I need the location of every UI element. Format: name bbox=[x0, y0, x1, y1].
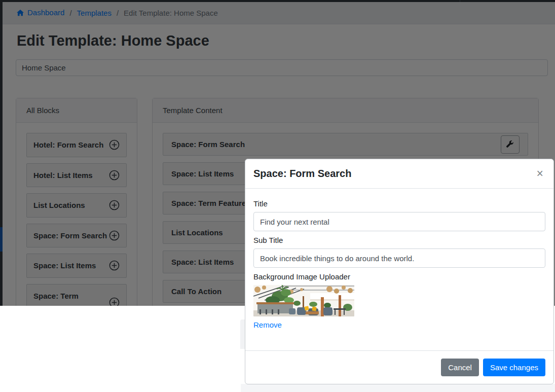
title-field-label: Title bbox=[253, 199, 545, 208]
modal-body: Title Sub Title Background Image Uploade… bbox=[245, 189, 553, 350]
cancel-button[interactable]: Cancel bbox=[441, 359, 479, 376]
save-changes-button[interactable]: Save changes bbox=[483, 359, 545, 376]
subtitle-field-label: Sub Title bbox=[253, 236, 545, 244]
title-input[interactable] bbox=[253, 212, 545, 231]
space-form-search-modal: Space: Form Search × Title Sub Title Bac… bbox=[245, 159, 554, 384]
close-icon[interactable]: × bbox=[535, 167, 545, 181]
subtitle-input[interactable] bbox=[253, 248, 545, 268]
modal-footer: Cancel Save changes bbox=[245, 350, 553, 384]
page-background-strip bbox=[241, 384, 555, 392]
modal-title: Space: Form Search bbox=[253, 167, 351, 180]
modal-header: Space: Form Search × bbox=[245, 159, 553, 189]
background-image-uploader-label: Background Image Uploader bbox=[253, 272, 545, 281]
remove-image-link[interactable]: Remove bbox=[253, 320, 282, 329]
background-image-thumbnail[interactable] bbox=[253, 285, 354, 316]
